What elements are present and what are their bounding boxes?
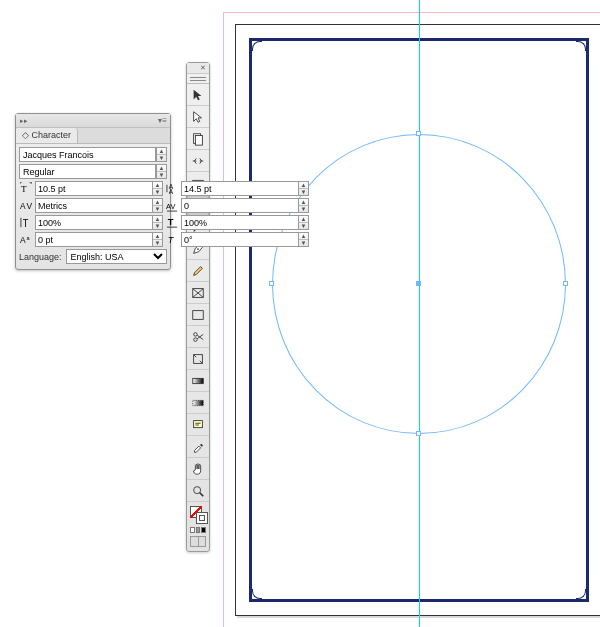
view-mode-preview[interactable] — [199, 536, 207, 547]
stepper[interactable]: ▲▼ — [298, 232, 309, 247]
horizontal-scale-field[interactable] — [181, 215, 298, 230]
language-select[interactable]: English: USA — [66, 249, 167, 264]
corner-ornament — [252, 41, 262, 51]
selection-tool[interactable] — [187, 84, 209, 106]
panel-collapse[interactable]: ✕ — [187, 63, 209, 74]
svg-rect-14 — [194, 420, 203, 427]
pencil-tool[interactable] — [187, 260, 209, 282]
language-label: Language: — [19, 252, 62, 262]
stepper[interactable]: ▲▼ — [152, 215, 163, 230]
svg-rect-8 — [193, 310, 204, 319]
vertical-scale-field[interactable] — [35, 215, 152, 230]
skew-field[interactable] — [181, 232, 298, 247]
baseline-shift-icon: Aa — [19, 232, 35, 247]
selection-handle[interactable] — [416, 131, 421, 136]
baseline-shift-field[interactable] — [35, 232, 152, 247]
scissors-tool[interactable] — [187, 326, 209, 348]
stroke-swatch[interactable] — [196, 512, 208, 524]
apply-color[interactable] — [190, 527, 195, 533]
font-style-stepper[interactable]: ▲▼ — [156, 164, 167, 179]
hscale-icon: T — [165, 215, 181, 230]
selection-center[interactable] — [416, 281, 421, 286]
svg-text:T: T — [168, 217, 174, 227]
apply-gradient[interactable] — [196, 527, 201, 533]
svg-text:A: A — [20, 235, 26, 245]
svg-point-10 — [194, 337, 198, 341]
skew-icon: T — [165, 232, 181, 247]
selection-handle[interactable] — [416, 431, 421, 436]
svg-point-4 — [197, 248, 199, 250]
svg-point-15 — [194, 486, 201, 493]
stepper[interactable]: ▲▼ — [298, 198, 309, 213]
zoom-tool[interactable] — [187, 480, 209, 502]
note-tool[interactable] — [187, 414, 209, 436]
svg-point-9 — [194, 332, 198, 336]
svg-text:V: V — [27, 201, 33, 211]
stepper[interactable]: ▲▼ — [152, 232, 163, 247]
font-size-field[interactable] — [35, 181, 152, 196]
free-transform-tool[interactable] — [187, 348, 209, 370]
svg-rect-12 — [193, 378, 204, 383]
svg-text:A: A — [169, 188, 174, 195]
font-style-field[interactable] — [19, 164, 156, 179]
svg-text:T: T — [168, 235, 175, 245]
selection-handle[interactable] — [269, 281, 274, 286]
font-family-stepper[interactable]: ▲▼ — [156, 147, 167, 162]
tools-panel[interactable]: ✕ — [186, 62, 210, 552]
kerning-icon: AV — [19, 198, 35, 213]
stepper[interactable]: ▲▼ — [298, 215, 309, 230]
leading-field[interactable] — [181, 181, 298, 196]
eyedropper-tool[interactable] — [187, 436, 209, 458]
stepper[interactable]: ▲▼ — [152, 181, 163, 196]
panel-menu-icon[interactable]: ▾≡ — [158, 116, 167, 125]
panel-title: Character — [32, 130, 72, 140]
collapse-icon[interactable]: ▸▸ — [20, 117, 28, 125]
selection-handle[interactable] — [563, 281, 568, 286]
gap-tool[interactable] — [187, 150, 209, 172]
tracking-field[interactable] — [181, 198, 298, 213]
svg-text:A: A — [20, 201, 26, 211]
gradient-swatch-tool[interactable] — [187, 370, 209, 392]
character-tab[interactable]: ◇ Character — [16, 128, 78, 143]
fill-stroke-swatch[interactable] — [190, 506, 208, 524]
font-family-field[interactable] — [19, 147, 156, 162]
rectangle-tool[interactable] — [187, 304, 209, 326]
svg-text:AV: AV — [166, 202, 175, 211]
gradient-feather-tool[interactable] — [187, 392, 209, 414]
hand-tool[interactable] — [187, 458, 209, 480]
svg-rect-1 — [195, 135, 202, 145]
svg-text:a: a — [27, 235, 31, 241]
svg-text:T: T — [23, 218, 29, 229]
direct-selection-tool[interactable] — [187, 106, 209, 128]
leading-icon: AA — [165, 181, 181, 196]
document-canvas[interactable] — [215, 0, 600, 627]
stepper[interactable]: ▲▼ — [152, 198, 163, 213]
vscale-icon: T — [19, 215, 35, 230]
svg-line-16 — [200, 492, 204, 496]
svg-rect-13 — [193, 400, 204, 405]
stepper[interactable]: ▲▼ — [298, 181, 309, 196]
kerning-field[interactable] — [35, 198, 152, 213]
page-tool[interactable] — [187, 128, 209, 150]
svg-text:T: T — [21, 184, 27, 194]
tracking-icon: AV — [165, 198, 181, 213]
character-panel[interactable]: ▸▸ ▾≡ ◇ Character ▲▼ ▲▼ T ▲▼ AA ▲▼ AV — [15, 113, 171, 270]
rectangle-frame-tool[interactable] — [187, 282, 209, 304]
apply-none[interactable] — [201, 527, 206, 533]
font-size-icon: T — [19, 181, 35, 196]
panel-grip[interactable] — [187, 74, 209, 84]
view-mode-normal[interactable] — [190, 536, 199, 547]
